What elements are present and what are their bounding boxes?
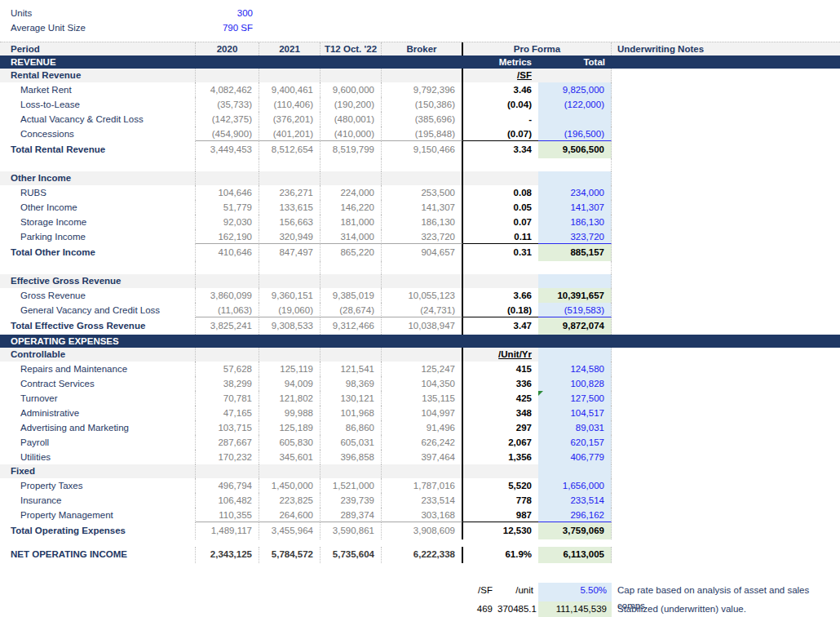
- cell-2021[interactable]: 9,308,533: [259, 317, 321, 335]
- cell-2020[interactable]: 57,628: [196, 362, 259, 376]
- row-label[interactable]: Loss-to-Lease: [0, 97, 196, 112]
- section-label[interactable]: Rental Revenue: [0, 69, 196, 82]
- cell-broker[interactable]: 9,150,466: [382, 141, 463, 158]
- cell-2021[interactable]: (401,201): [259, 127, 321, 141]
- cell-2020[interactable]: 1,489,117: [196, 522, 259, 539]
- row-label[interactable]: Total Effective Gross Revenue: [0, 317, 196, 335]
- cell-broker[interactable]: (385,696): [382, 112, 463, 127]
- cell-broker[interactable]: 10,055,123: [382, 288, 463, 303]
- row-label[interactable]: Administrative: [0, 406, 196, 420]
- row-label[interactable]: General Vacancy and Credit Loss: [0, 303, 196, 317]
- cell-metric[interactable]: 987: [463, 508, 538, 522]
- cell-t12[interactable]: 605,031: [321, 435, 382, 450]
- header-broker[interactable]: Broker: [382, 42, 463, 55]
- cell-metric[interactable]: 425: [463, 391, 538, 406]
- cell-total[interactable]: 885,157: [538, 244, 612, 261]
- row-label[interactable]: Total Rental Revenue: [0, 141, 196, 158]
- cell-metric[interactable]: -: [463, 112, 538, 127]
- cell-2021[interactable]: (376,201): [259, 112, 321, 127]
- cell-2020[interactable]: 47,165: [196, 406, 259, 420]
- cell-broker[interactable]: (24,731): [382, 303, 463, 317]
- row-label[interactable]: Turnover: [0, 391, 196, 406]
- row-label[interactable]: Property Management: [0, 508, 196, 522]
- cell-t12[interactable]: 9,600,000: [321, 82, 382, 97]
- cell-metric[interactable]: 0.05: [463, 200, 538, 215]
- cell-broker[interactable]: 3,908,609: [382, 522, 463, 539]
- cell-metric[interactable]: 61.9%: [463, 547, 538, 563]
- cell-t12[interactable]: 8,519,799: [321, 141, 382, 158]
- cell-2021[interactable]: 236,271: [259, 185, 321, 200]
- cell-broker[interactable]: 323,720: [382, 229, 463, 244]
- cell-metric[interactable]: 1,356: [463, 450, 538, 464]
- cell-metric[interactable]: (0.04): [463, 97, 538, 112]
- row-label[interactable]: Total Other Income: [0, 244, 196, 261]
- cell-total[interactable]: 620,157: [538, 435, 612, 450]
- row-label[interactable]: Payroll: [0, 435, 196, 450]
- cell-2020[interactable]: 3,825,241: [196, 317, 259, 335]
- cell-total[interactable]: 9,825,000: [538, 82, 612, 97]
- cell-2021[interactable]: 8,512,654: [259, 141, 321, 158]
- cell-metric[interactable]: 348: [463, 406, 538, 420]
- cell-2021[interactable]: 125,189: [259, 420, 321, 435]
- stabilized-value-cell[interactable]: 111,145,539: [538, 601, 612, 617]
- header-pro-forma[interactable]: Pro Forma: [463, 42, 612, 55]
- cell-broker[interactable]: 91,496: [382, 420, 463, 435]
- row-label[interactable]: Gross Revenue: [0, 288, 196, 303]
- row-label[interactable]: Property Taxes: [0, 478, 196, 493]
- cell-t12[interactable]: 3,590,861: [321, 522, 382, 539]
- cell-metric[interactable]: 0.31: [463, 244, 538, 261]
- cell-2021[interactable]: 94,009: [259, 376, 321, 391]
- row-label[interactable]: Insurance: [0, 493, 196, 508]
- row-label[interactable]: NET OPERATING INCOME: [0, 547, 196, 563]
- value-per-unit-cell[interactable]: 370485.1: [497, 601, 538, 617]
- cell-metric[interactable]: 336: [463, 376, 538, 391]
- row-label[interactable]: Repairs and Maintenance: [0, 362, 196, 376]
- cell-t12[interactable]: (190,200): [321, 97, 382, 112]
- cell-broker[interactable]: 141,307: [382, 200, 463, 215]
- cell-total[interactable]: 104,517: [538, 406, 612, 420]
- row-label[interactable]: Advertising and Marketing: [0, 420, 196, 435]
- cell-total[interactable]: 323,720: [538, 229, 612, 244]
- cell-t12[interactable]: 9,312,466: [321, 317, 382, 335]
- cell-2020[interactable]: 162,190: [196, 229, 259, 244]
- header-2021[interactable]: 2021: [259, 42, 321, 55]
- cell-2021[interactable]: 847,497: [259, 244, 321, 261]
- cell-t12[interactable]: 1,521,000: [321, 478, 382, 493]
- cell-broker[interactable]: 303,168: [382, 508, 463, 522]
- cell-total[interactable]: 10,391,657: [538, 288, 612, 303]
- row-label[interactable]: Storage Income: [0, 215, 196, 229]
- cell-t12[interactable]: (480,001): [321, 112, 382, 127]
- cell-total[interactable]: [538, 112, 612, 127]
- units-value-cell[interactable]: 300: [196, 6, 259, 20]
- cell-metric[interactable]: 0.11: [463, 229, 538, 244]
- cell-metric[interactable]: 0.07: [463, 215, 538, 229]
- cell-2021[interactable]: 5,784,572: [259, 547, 321, 563]
- value-per-sf-cell[interactable]: 469: [463, 601, 497, 617]
- cell-metric[interactable]: 5,520: [463, 478, 538, 493]
- cell-metric[interactable]: 0.08: [463, 185, 538, 200]
- cell-total[interactable]: 100,828: [538, 376, 612, 391]
- row-label[interactable]: Concessions: [0, 127, 196, 141]
- cell-2021[interactable]: 9,360,151: [259, 288, 321, 303]
- cell-2020[interactable]: 51,779: [196, 200, 259, 215]
- section-band-label[interactable]: OPERATING EXPENSES: [0, 335, 196, 348]
- cell-t12[interactable]: 98,369: [321, 376, 382, 391]
- cell-total[interactable]: 406,779: [538, 450, 612, 464]
- row-label[interactable]: Utilities: [0, 450, 196, 464]
- cell-2020[interactable]: 170,232: [196, 450, 259, 464]
- cell-broker[interactable]: 904,657: [382, 244, 463, 261]
- section-label[interactable]: Other Income: [0, 171, 196, 185]
- cell-2020[interactable]: 110,355: [196, 508, 259, 522]
- cell-t12[interactable]: 130,121: [321, 391, 382, 406]
- cell-metric[interactable]: 3.66: [463, 288, 538, 303]
- cell-2020[interactable]: 3,449,453: [196, 141, 259, 158]
- cell-broker[interactable]: 397,464: [382, 450, 463, 464]
- cell-total[interactable]: 127,500: [538, 391, 612, 406]
- cell-broker[interactable]: 6,222,338: [382, 547, 463, 563]
- cell-2020[interactable]: 4,082,462: [196, 82, 259, 97]
- cell-t12[interactable]: (410,000): [321, 127, 382, 141]
- cell-broker[interactable]: (195,848): [382, 127, 463, 141]
- cell-t12[interactable]: 396,858: [321, 450, 382, 464]
- cell-t12[interactable]: 224,000: [321, 185, 382, 200]
- cell-2021[interactable]: 125,119: [259, 362, 321, 376]
